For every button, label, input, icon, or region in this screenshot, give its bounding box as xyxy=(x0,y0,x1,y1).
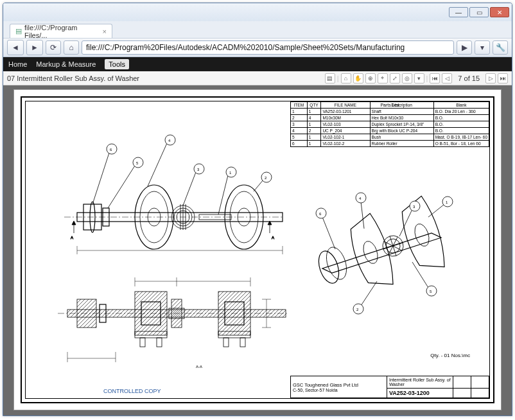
svg-rect-45 xyxy=(77,299,96,328)
table-row: 42UC P_204Brg with Block UC P-204B.O. xyxy=(291,128,489,134)
first-page-icon[interactable]: ⏮ xyxy=(430,73,440,83)
svg-rect-47 xyxy=(135,292,167,335)
table-row: 51VL02-102-1BushMast. O B-19, IB-17 Len-… xyxy=(291,134,489,141)
zoom-window-icon[interactable]: ⌖ xyxy=(378,73,388,83)
page-menu-button[interactable]: ▾ xyxy=(475,40,490,55)
qty-note: Qty. - 01 Nos.\mc xyxy=(430,353,470,358)
front-view: A A 6 5 4 3 1 xyxy=(39,108,295,256)
url-input[interactable] xyxy=(82,40,454,55)
browser-window: — ▭ ✕ ▤ file:///C:/Program Files/... × ◄… xyxy=(3,3,512,416)
browser-tab[interactable]: ▤ file:///C:/Program Files/... × xyxy=(10,24,112,38)
zoom-in-icon[interactable]: ⊕ xyxy=(365,73,376,83)
back-button[interactable]: ◄ xyxy=(7,40,24,55)
titlebar: — ▭ ✕ xyxy=(3,3,512,21)
table-header-row: ITEM QTY FILE NAME Description Blank xyxy=(291,102,489,109)
svg-rect-51 xyxy=(157,338,162,347)
menu-tools[interactable]: Tools xyxy=(105,59,129,69)
prev-page-icon[interactable]: ◁ xyxy=(442,73,452,83)
tab-strip: ▤ file:///C:/Program Files/... × xyxy=(3,21,512,38)
company-address: C-50, Sector-57 Noida xyxy=(293,388,385,392)
document-title: 07 Intermittent Roller Sub Assy. of Wash… xyxy=(7,74,139,82)
pan-icon[interactable]: ✋ xyxy=(353,73,363,83)
svg-point-70 xyxy=(315,249,343,286)
table-row: 31VL02-103Duplex Sprocket 1P-14, 3/8"B.O… xyxy=(291,121,489,128)
svg-line-89 xyxy=(399,209,412,236)
menu-markup[interactable]: Markup & Measure xyxy=(36,60,96,68)
zoom-extents-icon[interactable]: ⤢ xyxy=(390,73,400,83)
orbit-icon[interactable]: ◎ xyxy=(402,73,412,83)
svg-line-92 xyxy=(428,204,444,217)
svg-text:A: A xyxy=(272,236,274,240)
svg-rect-50 xyxy=(140,338,145,347)
forward-button[interactable]: ► xyxy=(26,40,43,55)
section-view: A-A xyxy=(39,268,295,378)
table-row: 61VL02-102-2Rubber RollerO B-51, Bor - 1… xyxy=(291,141,489,147)
minimize-button[interactable]: — xyxy=(449,7,468,17)
drawing-canvas[interactable]: Parts List ITEM QTY FILE NAME Descriptio… xyxy=(3,85,512,416)
svg-line-28 xyxy=(108,166,135,208)
tab-title: file:///C:/Program Files/... xyxy=(24,24,98,39)
next-page-icon[interactable]: ▷ xyxy=(485,73,496,83)
close-button[interactable]: ✕ xyxy=(490,7,509,17)
svg-rect-57 xyxy=(223,338,229,347)
page-indicator: 7 of 15 xyxy=(454,74,484,82)
svg-text:A-A: A-A xyxy=(196,365,202,369)
svg-line-25 xyxy=(92,153,109,204)
svg-point-72 xyxy=(361,240,380,265)
menu-home[interactable]: Home xyxy=(8,60,27,68)
table-row: 24M10x30MHex Bolt M10x30B.O. xyxy=(291,115,489,121)
drawing-title: Intermittent Roller Sub Assy. of Washer xyxy=(387,376,453,389)
view-dropdown-icon[interactable]: ▾ xyxy=(414,73,424,83)
svg-rect-52 xyxy=(171,299,182,328)
parts-list-block: Parts List ITEM QTY FILE NAME Descriptio… xyxy=(290,101,489,109)
svg-point-71 xyxy=(323,245,351,282)
svg-line-78 xyxy=(384,237,402,255)
controlled-copy-stamp: CONTROLLED COPY xyxy=(103,388,161,394)
app-menubar: Home Markup & Measure Tools xyxy=(3,57,512,71)
address-bar: ◄ ► ⟳ ⌂ ▶ ▾ 🔧 xyxy=(3,38,512,57)
title-block: GSC Toughened Glass Pvt Ltd C-50, Sector… xyxy=(290,376,489,398)
svg-line-40 xyxy=(254,180,263,191)
document-toolbar: 07 Intermittent Roller Sub Assy. of Wash… xyxy=(3,71,512,85)
isometric-view: 6 4 2 3 1 5 xyxy=(303,179,470,333)
svg-line-34 xyxy=(183,172,196,206)
home-view-icon[interactable]: ⌂ xyxy=(341,73,351,83)
reload-button[interactable]: ⟳ xyxy=(46,40,61,55)
svg-rect-58 xyxy=(240,338,245,347)
last-page-icon[interactable]: ⏭ xyxy=(498,73,508,83)
svg-text:A: A xyxy=(71,236,73,240)
page-icon: ▤ xyxy=(15,27,22,35)
go-button[interactable]: ▶ xyxy=(457,40,472,55)
toc-icon[interactable]: ▤ xyxy=(325,73,335,83)
svg-line-83 xyxy=(361,202,364,229)
svg-rect-54 xyxy=(218,292,250,335)
company-name: GSC Toughened Glass Pvt Ltd xyxy=(293,382,385,388)
svg-line-80 xyxy=(322,217,335,249)
home-icon[interactable]: ⌂ xyxy=(64,40,79,55)
table-row: 11VA252-03-1201ShaftB.O. Dia 20 Len - 36… xyxy=(291,109,489,115)
svg-line-31 xyxy=(148,143,167,186)
svg-line-86 xyxy=(361,281,377,306)
svg-line-37 xyxy=(218,175,228,214)
tab-close-icon[interactable]: × xyxy=(103,28,107,35)
maximize-button[interactable]: ▭ xyxy=(469,7,489,17)
parts-list-table: ITEM QTY FILE NAME Description Blank 11V… xyxy=(290,101,489,147)
drawing-sheet: Parts List ITEM QTY FILE NAME Descriptio… xyxy=(13,89,502,410)
wrench-icon[interactable]: 🔧 xyxy=(493,40,508,55)
drawing-number: VA252-03-1200 xyxy=(387,389,453,398)
